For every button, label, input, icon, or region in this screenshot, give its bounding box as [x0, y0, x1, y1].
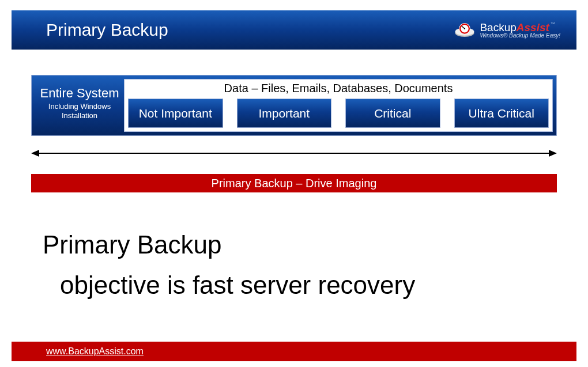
page-title: Primary Backup: [46, 20, 168, 40]
span-arrow: [31, 147, 557, 159]
data-title: Data – Files, Emails, Databases, Documen…: [128, 82, 549, 95]
svg-marker-8: [31, 150, 39, 157]
tier-ultra-critical: Ultra Critical: [454, 99, 549, 128]
tier-critical: Critical: [345, 99, 440, 128]
data-block: Data – Files, Emails, Databases, Documen…: [124, 79, 553, 132]
brand-logo: BackupAssist™ Windows® Backup Made Easy!: [454, 22, 560, 39]
tier-not-important: Not Important: [128, 99, 223, 128]
footer-bar: www.BackupAssist.com: [12, 342, 576, 361]
footer-link[interactable]: www.BackupAssist.com: [46, 346, 144, 357]
svg-point-6: [464, 28, 465, 29]
brand-suffix: Assist: [517, 21, 549, 33]
body-line-2: objective is fast server recovery: [60, 265, 415, 305]
svg-marker-9: [549, 150, 557, 157]
entire-system-block: Entire System Including Windows Installa…: [35, 79, 124, 132]
tier-row: Not Important Important Critical Ultra C…: [128, 99, 549, 128]
body-copy: Primary Backup objective is fast server …: [43, 225, 415, 306]
brand-tagline: Windows® Backup Made Easy!: [480, 33, 560, 39]
entire-system-sub: Including Windows Installation: [35, 102, 124, 120]
brand-text: BackupAssist™ Windows® Backup Made Easy!: [480, 22, 560, 39]
body-line-1: Primary Backup: [43, 225, 415, 265]
brand-name: Backup: [480, 21, 516, 33]
gauge-icon: [454, 22, 475, 37]
red-banner: Primary Backup – Drive Imaging: [31, 174, 557, 192]
entire-system-title: Entire System: [35, 86, 124, 101]
red-banner-text: Primary Backup – Drive Imaging: [212, 177, 377, 190]
header-bar: Primary Backup BackupAssist™ Windows® Ba…: [12, 10, 576, 50]
tier-important: Important: [237, 99, 332, 128]
classification-panel: Entire System Including Windows Installa…: [31, 75, 557, 136]
trademark-icon: ™: [551, 21, 555, 27]
